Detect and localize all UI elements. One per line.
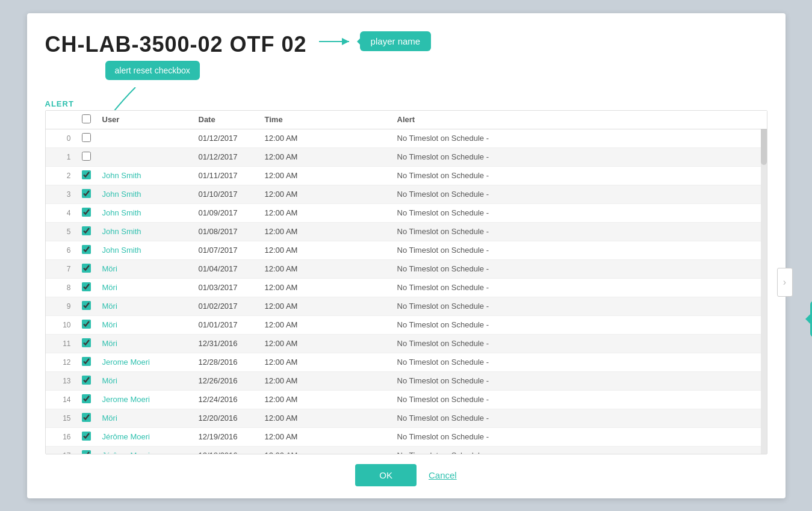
row-user: John Smith: [98, 185, 194, 203]
th-user: User: [98, 111, 194, 129]
row-checkbox-cell[interactable]: [76, 297, 98, 315]
row-checkbox[interactable]: [82, 338, 91, 347]
row-user: Möri: [98, 409, 194, 427]
row-time: 12:00 AM: [260, 222, 392, 241]
row-checkbox-cell[interactable]: [76, 390, 98, 409]
row-time: 12:00 AM: [260, 278, 392, 297]
row-checkbox-cell[interactable]: [76, 371, 98, 390]
th-time: Time: [260, 111, 392, 129]
row-checkbox[interactable]: [82, 152, 91, 161]
row-user: Jérôme Moeri: [98, 427, 194, 446]
row-number: 5: [46, 222, 76, 241]
row-time: 12:00 AM: [260, 409, 392, 427]
row-time: 12:00 AM: [260, 353, 392, 371]
table-row: 13Möri12/26/201612:00 AMNo Timeslot on S…: [46, 371, 767, 390]
table-row: 11Möri12/31/201612:00 AMNo Timeslot on S…: [46, 334, 767, 353]
row-date: 12/28/2016: [194, 353, 260, 371]
table-container[interactable]: User Date Time Alert 001/12/201712:00 AM…: [46, 111, 767, 454]
next-page-button[interactable]: ›: [777, 268, 793, 297]
header-checkbox[interactable]: [82, 114, 91, 123]
row-checkbox[interactable]: [82, 432, 91, 441]
row-checkbox[interactable]: [82, 376, 91, 385]
row-date: 12/26/2016: [194, 371, 260, 390]
row-user: John Smith: [98, 241, 194, 259]
row-date: 01/03/2017: [194, 278, 260, 297]
row-checkbox[interactable]: [82, 301, 91, 310]
row-user: Möri: [98, 278, 194, 297]
row-checkbox-cell[interactable]: [76, 259, 98, 278]
row-time: 12:00 AM: [260, 427, 392, 446]
row-number: 0: [46, 129, 76, 147]
table-row: 5John Smith01/08/201712:00 AMNo Timeslot…: [46, 222, 767, 241]
row-checkbox-cell[interactable]: [76, 203, 98, 222]
row-alert: No Timeslot on Schedule -: [392, 203, 767, 222]
table-row: 4John Smith01/09/201712:00 AMNo Timeslot…: [46, 203, 767, 222]
row-alert: No Timeslot on Schedule -: [392, 409, 767, 427]
row-checkbox[interactable]: [82, 413, 91, 422]
row-checkbox-cell[interactable]: [76, 166, 98, 185]
th-date: Date: [194, 111, 260, 129]
row-alert: No Timeslot on Schedule -: [392, 241, 767, 259]
row-alert: No Timeslot on Schedule -: [392, 147, 767, 166]
row-number: 1: [46, 147, 76, 166]
row-checkbox-cell[interactable]: [76, 185, 98, 203]
th-checkbox[interactable]: [76, 111, 98, 129]
row-checkbox-cell[interactable]: [76, 278, 98, 297]
row-time: 12:00 AM: [260, 241, 392, 259]
row-checkbox-cell[interactable]: [76, 129, 98, 147]
table-row: 6John Smith01/07/201712:00 AMNo Timeslot…: [46, 241, 767, 259]
row-checkbox[interactable]: [82, 226, 91, 235]
table-row: 9Möri01/02/201712:00 AMNo Timeslot on Sc…: [46, 297, 767, 315]
row-checkbox[interactable]: [82, 320, 91, 329]
row-date: 12/18/2016: [194, 446, 260, 454]
row-alert: No Timeslot on Schedule -: [392, 166, 767, 185]
row-checkbox-cell[interactable]: [76, 427, 98, 446]
row-alert: No Timeslot on Schedule -: [392, 259, 767, 278]
alert-reset-area: alert reset checkbox ALERT: [45, 61, 767, 109]
table-row: 14Jerome Moeri12/24/201612:00 AMNo Times…: [46, 390, 767, 409]
row-number: 17: [46, 446, 76, 454]
main-content: User Date Time Alert 001/12/201712:00 AM…: [45, 110, 767, 454]
row-checkbox[interactable]: [82, 264, 91, 273]
row-checkbox-cell[interactable]: [76, 147, 98, 166]
row-alert: No Timeslot on Schedule -: [392, 315, 767, 334]
row-alert: No Timeslot on Schedule -: [392, 222, 767, 241]
row-date: 01/07/2017: [194, 241, 260, 259]
row-number: 12: [46, 353, 76, 371]
row-date: 01/10/2017: [194, 185, 260, 203]
row-checkbox[interactable]: [82, 450, 91, 454]
row-checkbox-cell[interactable]: [76, 353, 98, 371]
row-checkbox-cell[interactable]: [76, 334, 98, 353]
row-checkbox[interactable]: [82, 282, 91, 291]
row-time: 12:00 AM: [260, 166, 392, 185]
table-row: 8Möri01/03/201712:00 AMNo Timeslot on Sc…: [46, 278, 767, 297]
row-user: Möri: [98, 297, 194, 315]
row-date: 01/08/2017: [194, 222, 260, 241]
scrollbar-track[interactable]: [761, 111, 767, 454]
row-number: 15: [46, 409, 76, 427]
row-checkbox[interactable]: [82, 189, 91, 198]
ok-button[interactable]: OK: [355, 464, 417, 486]
row-checkbox-cell[interactable]: [76, 446, 98, 454]
row-checkbox[interactable]: [82, 394, 91, 403]
cancel-button[interactable]: Cancel: [429, 470, 457, 480]
row-checkbox-cell[interactable]: [76, 241, 98, 259]
row-checkbox[interactable]: [82, 133, 91, 142]
row-checkbox-cell[interactable]: [76, 222, 98, 241]
row-checkbox-cell[interactable]: [76, 315, 98, 334]
row-user: Jérôme Moeri: [98, 446, 194, 454]
table-wrapper: User Date Time Alert 001/12/201712:00 AM…: [45, 110, 767, 454]
row-date: 01/11/2017: [194, 166, 260, 185]
row-date: 12/24/2016: [194, 390, 260, 409]
row-alert: No Timeslot on Schedule -: [392, 278, 767, 297]
row-checkbox-cell[interactable]: [76, 409, 98, 427]
row-time: 12:00 AM: [260, 334, 392, 353]
row-number: 13: [46, 371, 76, 390]
th-num: [46, 111, 76, 129]
row-checkbox[interactable]: [82, 245, 91, 254]
row-time: 12:00 AM: [260, 390, 392, 409]
row-user: Jerome Moeri: [98, 390, 194, 409]
row-checkbox[interactable]: [82, 208, 91, 217]
row-checkbox[interactable]: [82, 170, 91, 179]
row-checkbox[interactable]: [82, 357, 91, 366]
